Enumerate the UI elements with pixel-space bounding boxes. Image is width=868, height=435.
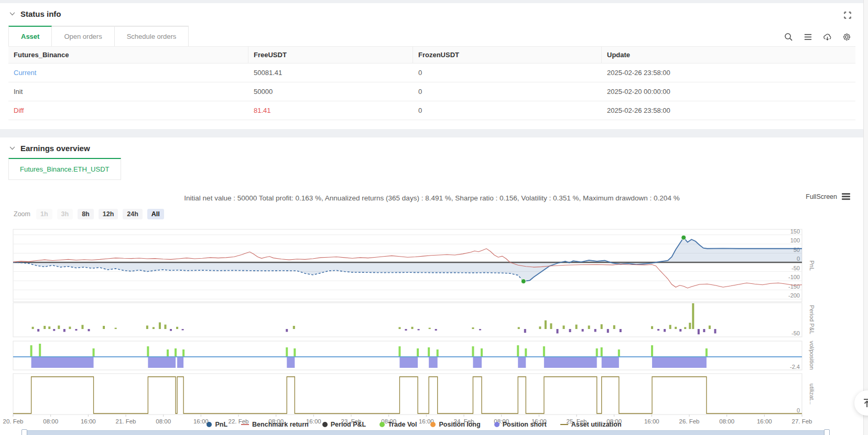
list-menu-icon[interactable] (804, 33, 812, 41)
collapse-chevron-icon[interactable] (9, 146, 15, 150)
svg-text:-50: -50 (791, 330, 800, 336)
column-header: Update (602, 47, 855, 63)
row-value: 0 (413, 82, 602, 101)
legend-label: Trade Vol (388, 421, 417, 428)
table-toolbar (784, 33, 851, 41)
column-header: FreeUSDT (248, 47, 413, 63)
legend-item-trade-vol[interactable]: Trade Vol (379, 421, 417, 428)
table-row: Current50081.4102025-02-26 23:58:00 (8, 63, 855, 82)
svg-text:-150: -150 (788, 283, 800, 290)
datazoom-slider[interactable] (22, 430, 829, 435)
earnings-overview-card: Earnings overview Futures_Binance.ETH_US… (0, 137, 864, 435)
row-label[interactable]: Current (8, 63, 248, 82)
datazoom-right-handle[interactable] (824, 429, 830, 435)
earnings-chart[interactable]: 150100500-50-100-150-200PnL-50Period P&L… (0, 223, 868, 425)
datazoom-left-handle[interactable] (21, 429, 27, 435)
zoom-button-12h[interactable]: 12h (99, 209, 118, 219)
legend-label: Position short (503, 421, 547, 428)
row-value: 0 (413, 63, 602, 82)
legend-marker (379, 422, 385, 427)
page-scrollbar[interactable] (863, 0, 868, 435)
status-section-header: Status info (0, 3, 864, 18)
row-label: Diff (8, 101, 248, 120)
svg-text:-100: -100 (788, 274, 800, 280)
fullscreen-label[interactable]: FullScreen (806, 193, 837, 200)
tab-open-orders[interactable]: Open orders (52, 26, 114, 46)
row-value: 0 (413, 101, 602, 120)
trading-dashboard: { "accent":"#18a058", "status_section":{… (0, 0, 868, 435)
legend-marker (241, 424, 249, 426)
status-tabs: AssetOpen ordersSchedule orders (8, 26, 864, 46)
column-header: Futures_Binance (8, 47, 248, 63)
svg-text:Period P&L: Period P&L (809, 305, 815, 334)
legend-item-position-long[interactable]: Position long (430, 421, 480, 428)
table-row: Init5000002025-02-20 00:00:00 (8, 82, 855, 101)
asset-table: Futures_BinanceFreeUSDTFrozenUSDTUpdateC… (8, 46, 855, 120)
legend-marker (560, 424, 568, 426)
chart-canvas[interactable]: 150100500-50-100-150-200PnL-50Period P&L… (0, 223, 868, 425)
row-value: 2025-02-26 23:58:00 (602, 101, 855, 120)
row-label: Init (8, 82, 248, 101)
svg-text:vol/position: vol/position (809, 341, 815, 369)
tab-symbol[interactable]: Futures_Binance.ETH_USDT (8, 158, 121, 180)
svg-text:0: 0 (797, 407, 800, 413)
row-value: 2025-02-26 23:58:00 (602, 63, 855, 82)
zoom-button-8h[interactable]: 8h (78, 209, 94, 219)
gear-icon[interactable] (842, 33, 851, 41)
legend-item-asset-utilization[interactable]: Asset utilization (560, 421, 622, 428)
fullscreen-expand-icon[interactable] (843, 10, 852, 20)
zoom-label: Zoom (14, 210, 30, 218)
svg-text:-50: -50 (791, 265, 800, 271)
legend-label: Benchmark return (252, 421, 309, 428)
svg-text:150: 150 (790, 228, 800, 235)
svg-text:utilizat...: utilizat... (809, 384, 815, 405)
svg-text:PnL: PnL (809, 260, 815, 271)
zoom-button-24h[interactable]: 24h (123, 209, 143, 219)
row-value: 50081.41 (248, 63, 413, 82)
earnings-section-title: Earnings overview (20, 144, 90, 153)
search-icon[interactable] (784, 33, 793, 41)
legend-marker (322, 422, 328, 427)
legend-item-period-p&l[interactable]: Period P&L (322, 421, 366, 428)
earnings-section-header: Earnings overview (0, 137, 864, 153)
legend-marker (207, 422, 212, 427)
legend-label: Position long (439, 421, 480, 428)
zoom-button-3h[interactable]: 3h (57, 209, 73, 219)
svg-text:-200: -200 (788, 292, 800, 299)
tab-schedule-orders[interactable]: Schedule orders (115, 26, 189, 46)
zoom-button-1h[interactable]: 1h (36, 209, 52, 219)
zoom-buttons-group: 1h3h8h12h24hAll (36, 209, 164, 219)
row-value: 81.41 (248, 101, 413, 120)
legend-item-benchmark-return[interactable]: Benchmark return (241, 421, 309, 428)
zoom-range-buttons: Zoom 1h3h8h12h24hAll (14, 209, 164, 219)
legend-marker (430, 422, 436, 427)
legend-item-pnl[interactable]: PnL (207, 421, 227, 428)
tab-asset[interactable]: Asset (8, 26, 52, 46)
table-row: Diff81.4102025-02-26 23:58:00 (8, 101, 855, 120)
row-value: 50000 (248, 82, 413, 101)
chart-menu-icon[interactable] (842, 192, 850, 201)
chart-fullscreen-control[interactable]: FullScreen (806, 192, 850, 201)
status-info-card: Status info AssetOpen ordersSchedule ord… (0, 3, 864, 129)
legend-label: PnL (215, 421, 227, 428)
svg-text:-2.4: -2.4 (790, 364, 800, 370)
chart-legend: PnLBenchmark returnPeriod P&LTrade VolPo… (0, 421, 828, 428)
legend-item-position-short[interactable]: Position short (494, 421, 547, 428)
legend-marker (494, 422, 500, 427)
zoom-button-all[interactable]: All (147, 209, 164, 219)
cloud-download-icon[interactable] (823, 33, 832, 41)
performance-stats: Initial net value : 50000 Total profit: … (0, 194, 864, 202)
row-value: 2025-02-20 00:00:00 (602, 82, 855, 101)
legend-label: Asset utilization (571, 421, 622, 428)
status-section-title: Status info (20, 9, 61, 18)
collapse-chevron-icon[interactable] (9, 12, 15, 16)
table-header-row: Futures_BinanceFreeUSDTFrozenUSDTUpdate (8, 46, 855, 63)
svg-text:100: 100 (790, 237, 800, 243)
column-header: FrozenUSDT (413, 47, 602, 63)
legend-label: Period P&L (331, 421, 366, 428)
